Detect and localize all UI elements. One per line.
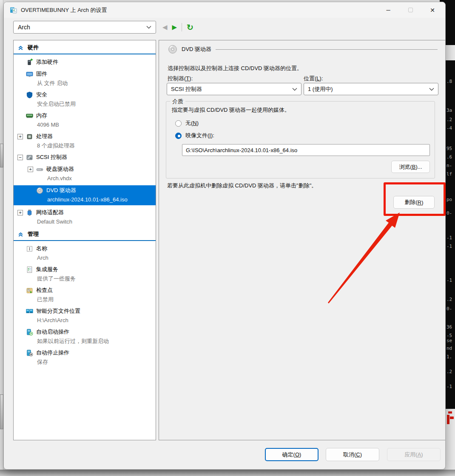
item-label: SCSI 控制器 [36,153,67,161]
terminal-text-fragment: se [446,338,452,343]
collapse-icon[interactable]: − [17,155,23,160]
refresh-icon[interactable]: ↻ [187,23,193,31]
sidebar-item-name[interactable]: I名称Arch [14,244,156,262]
item-label: 自动启动操作 [36,328,69,336]
item-label: 智能分页文件位置 [36,307,80,315]
terminal-text-fragment: 3a [446,108,452,113]
chevron-down-icon [429,88,434,91]
terminal-text-fragment: n- [446,163,452,168]
item-subtext: Arch [14,253,156,262]
terminal-text-fragment: 95 [446,146,452,151]
chevron-down-icon [146,26,151,29]
location-label: 位置(L): [304,75,323,82]
background-scrollbar-thumb[interactable] [0,394,3,429]
radio-button-icon[interactable] [175,120,182,127]
processor-icon [26,133,33,140]
expand-icon[interactable]: + [28,167,33,172]
collapse-chevron-icon [17,45,24,51]
sidebar-item-firmware[interactable]: 固件从 文件 启动 [14,69,156,88]
terminal-text-fragment: .2 [446,117,452,122]
item-label: 硬盘驱动器 [46,165,74,173]
item-label: 集成服务 [36,266,58,273]
firmware-icon [26,71,33,78]
background-document-window [446,409,455,476]
hardware-tree-panel: 硬件添加硬件固件从 文件 启动安全安全启动已禁用内存4096 MB+处理器8 个… [13,40,156,440]
controller-value: SCSI 控制器 [171,85,292,93]
expand-icon[interactable]: + [17,210,23,215]
annotation-highlight-rectangle [384,182,446,216]
radio-none[interactable]: 无(N) [175,119,199,127]
maximize-icon [408,8,413,12]
sidebar-item-hard-drive[interactable]: +硬盘驱动器Arch.vhdx [14,164,156,183]
media-legend: 介质 [170,98,185,105]
browse-button[interactable]: 浏览(B)... [391,161,430,173]
terminal-text-fragment: .2 [446,369,452,374]
terminal-text-fragment: -1 [446,244,452,249]
terminal-text-fragment: 0- [446,210,452,216]
cancel-button[interactable]: 取消(C) [326,448,379,461]
section-label: 硬件 [28,44,39,51]
item-subtext: 安全启动已禁用 [14,99,156,108]
location-dropdown[interactable]: 1 (使用中) [304,83,438,95]
hyperv-settings-icon [10,6,17,14]
nav-buttons: ◀ ▶ ↻ [162,23,193,31]
minimize-button[interactable]: ─ [377,2,399,18]
red-text-fragment [450,416,454,419]
item-subtext: 从 文件 启动 [14,79,156,88]
terminal-text-fragment: -1 [446,384,452,389]
item-label: 处理器 [36,133,53,140]
radio-none-label: 无(N) [185,119,199,127]
screenshot-stage: .83a.2-495.6n-lfpo0--1-1-1.20-36-5send1.… [0,0,455,476]
expand-icon[interactable]: + [17,134,23,139]
section-header-management[interactable]: 管理 [14,229,156,241]
sidebar-item-security-shield[interactable]: 安全安全启动已禁用 [14,90,156,108]
scsi-controller-icon [26,154,33,161]
item-subtext: 提供了一些服务 [14,274,156,283]
controller-dropdown[interactable]: SCSI 控制器 [167,83,301,95]
terminal-text-fragment: .2 [446,297,452,302]
sidebar-item-memory[interactable]: 内存4096 MB [14,111,156,129]
navigate-forward-icon[interactable]: ▶ [172,23,177,31]
vm-selector-dropdown[interactable]: Arch [13,21,156,34]
sidebar-item-smart-paging[interactable]: 智能分页文件位置H:\Arch\Arch [14,306,156,325]
auto-start-icon [26,329,33,336]
item-label: 安全 [36,91,47,99]
item-subtext: 已禁用 [14,295,156,304]
sidebar-item-dvd-drive[interactable]: DVD 驱动器archlinux-2024.10.01-x86_64.iso [14,185,156,205]
sidebar-item-network-adapter[interactable]: +网络适配器Default Switch [14,208,156,226]
item-subtext: 8 个虚拟处理器 [14,141,156,150]
media-groupbox: 介质 指定要与虚拟 CD/DVD 驱动器一起使用的媒体。 无(N) 映像文件(I… [166,101,435,178]
name-icon: I [26,245,33,252]
sidebar-item-add-hardware[interactable]: 添加硬件 [14,57,156,67]
image-path-input[interactable] [182,144,430,156]
background-scrollbar-thumb[interactable] [0,144,3,167]
sidebar-item-auto-start[interactable]: 自动启动操作如果以前运行过，则重新启动 [14,327,156,346]
network-adapter-icon [26,209,33,216]
terminal-text-fragment: -1 [446,278,452,283]
sidebar-item-auto-stop[interactable]: 自动停止操作保存 [14,348,156,366]
sidebar-item-checkpoint[interactable]: 检查点已禁用 [14,286,156,304]
sidebar-item-integration-services[interactable]: 集成服务提供了一些服务 [14,265,156,283]
add-hardware-icon [26,59,33,66]
header-rule [216,49,438,50]
sidebar-item-scsi-controller[interactable]: −SCSI 控制器 [14,153,156,162]
controller-label: 控制器(T): [168,75,193,82]
ok-button[interactable]: 确定(O) [265,448,318,461]
radio-button-icon[interactable] [175,133,182,139]
terminal-text-fragment: lf [446,171,452,177]
item-label: 检查点 [36,286,53,294]
item-subtext: Arch.vhdx [14,174,156,183]
section-header-hardware[interactable]: 硬件 [14,42,156,54]
item-label: 名称 [36,245,47,252]
auto-stop-icon [26,349,33,357]
security-shield-icon [26,91,33,99]
radio-image-file[interactable]: 映像文件(I): [175,132,214,139]
maximize-button [399,2,421,18]
item-label: 自动停止操作 [36,349,69,357]
item-label: 固件 [36,70,47,78]
close-button[interactable]: ✕ [421,2,444,18]
navigate-back-icon[interactable]: ◀ [162,23,168,31]
red-text-fragment [447,415,449,424]
apply-button-disabled: 应用(A) [387,448,441,461]
sidebar-item-processor[interactable]: +处理器8 个虚拟处理器 [14,132,156,150]
